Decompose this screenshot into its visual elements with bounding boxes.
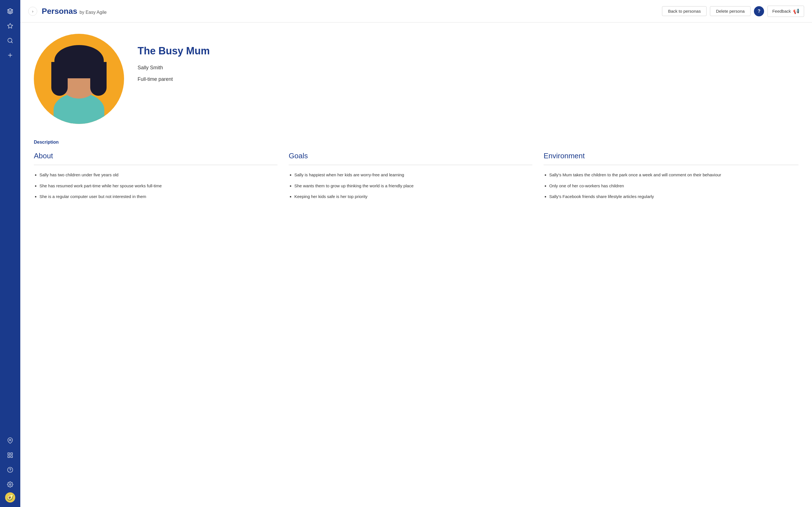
about-column: About Sally has two children under five …	[34, 152, 289, 200]
collapse-button[interactable]: ›	[28, 7, 37, 16]
layers-icon[interactable]	[4, 5, 16, 17]
header-actions: Back to personas Delete persona ? Feedba…	[662, 6, 804, 17]
back-to-personas-button[interactable]: Back to personas	[662, 6, 707, 16]
list-item: Only one of her co-workers has children	[549, 183, 799, 189]
sidebar: 🥑	[0, 0, 20, 507]
about-divider	[34, 165, 277, 165]
svg-point-6	[9, 439, 11, 441]
environment-divider	[544, 165, 799, 165]
goals-divider	[289, 165, 532, 165]
goals-title: Goals	[289, 152, 532, 160]
persona-info: The Busy Mum Sally Smith Full-time paren…	[138, 34, 210, 82]
list-item: Keeping her kids safe is her top priorit…	[294, 193, 532, 200]
list-item: Sally is happiest when her kids are worr…	[294, 172, 532, 178]
grid-icon[interactable]	[4, 449, 16, 461]
description-label: Description	[34, 137, 799, 145]
environment-list: Sally's Mum takes the children to the pa…	[544, 172, 799, 200]
environment-title: Environment	[544, 152, 799, 160]
svg-rect-10	[8, 456, 10, 457]
details-columns: About Sally has two children under five …	[34, 152, 799, 200]
list-item: Sally's Facebook friends share lifestyle…	[549, 193, 799, 200]
list-item: She wants them to grow up thinking the w…	[294, 183, 532, 189]
list-item: She is a regular computer user but not i…	[40, 193, 277, 200]
search-icon[interactable]	[4, 34, 16, 47]
environment-column: Environment Sally's Mum takes the childr…	[544, 152, 799, 200]
persona-avatar	[34, 34, 124, 124]
svg-rect-9	[11, 456, 12, 457]
settings-icon[interactable]	[4, 478, 16, 491]
feedback-label: Feedback	[772, 9, 791, 13]
pin-icon[interactable]	[4, 434, 16, 447]
avatar[interactable]: 🥑	[5, 492, 15, 503]
content-area: The Busy Mum Sally Smith Full-time paren…	[20, 22, 812, 507]
list-item: She has resumed work part-time while her…	[40, 183, 277, 189]
star-icon[interactable]	[4, 20, 16, 32]
delete-persona-button[interactable]: Delete persona	[710, 6, 751, 16]
header: › Personas by Easy Agile Back to persona…	[20, 0, 812, 22]
megaphone-icon: 📢	[793, 8, 799, 14]
about-list: Sally has two children under five years …	[34, 172, 277, 200]
svg-point-13	[9, 484, 11, 485]
add-icon[interactable]	[4, 49, 16, 61]
svg-marker-0	[8, 9, 13, 11]
goals-column: Goals Sally is happiest when her kids ar…	[289, 152, 544, 200]
avatar-container	[34, 34, 124, 124]
list-item: Sally has two children under five years …	[40, 172, 277, 178]
svg-rect-7	[8, 453, 10, 455]
svg-rect-8	[11, 453, 12, 455]
svg-marker-1	[8, 23, 13, 28]
goals-list: Sally is happiest when her kids are worr…	[289, 172, 532, 200]
list-item: Sally's Mum takes the children to the pa…	[549, 172, 799, 178]
avatar-bang	[56, 70, 102, 78]
persona-role: Full-time parent	[138, 76, 210, 82]
title-sub: by Easy Agile	[80, 10, 107, 15]
feedback-button[interactable]: Feedback 📢	[767, 6, 804, 17]
help-circle-icon[interactable]: ?	[754, 6, 764, 16]
chevron-right-icon: ›	[32, 9, 34, 13]
title-main: Personas	[42, 7, 77, 16]
persona-name: Sally Smith	[138, 65, 210, 71]
help-icon[interactable]	[4, 464, 16, 476]
about-title: About	[34, 152, 277, 160]
main-area: › Personas by Easy Agile Back to persona…	[20, 0, 812, 507]
svg-line-3	[11, 42, 12, 43]
persona-type: The Busy Mum	[138, 45, 210, 57]
app-title: Personas by Easy Agile	[42, 7, 662, 16]
persona-header: The Busy Mum Sally Smith Full-time paren…	[34, 34, 799, 124]
